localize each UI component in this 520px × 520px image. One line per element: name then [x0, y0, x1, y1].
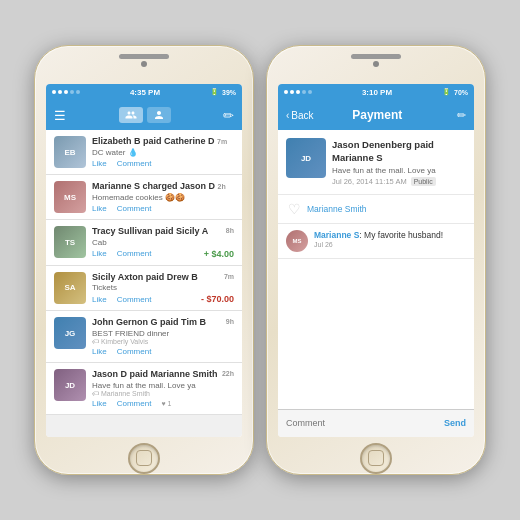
people-icon — [125, 109, 137, 121]
send-button[interactable]: Send — [444, 418, 466, 428]
rdot1 — [284, 90, 288, 94]
rdot5 — [308, 90, 312, 94]
feed-actions-6: Like Comment ♥ 1 — [92, 399, 234, 408]
heart-icon[interactable]: ♡ — [288, 201, 301, 217]
phone-top-decoration-right — [267, 54, 485, 67]
feed-header-4: Sicily Axton paid Drew B 7m — [92, 272, 234, 284]
edit-icon-left[interactable]: ✏ — [223, 108, 234, 123]
nav-tab-friends[interactable] — [147, 107, 171, 123]
battery-icon-right: 🔋 — [442, 88, 451, 96]
feed-sub-6: 🏷 Marianne Smith — [92, 390, 234, 397]
avatar-2: MS — [54, 181, 86, 213]
time-right: 3:10 PM — [362, 88, 392, 97]
comment-bar: Send — [278, 409, 474, 437]
comment-user-1: Marianne S — [314, 230, 359, 240]
comment-item-1: MS Marianne S: My favorite husband! Jul … — [278, 224, 474, 259]
like-section: ♡ Marianne Smith — [278, 195, 474, 224]
feed-sub-5: 🏷 Kimberly Valvis — [92, 338, 234, 345]
left-phone: 4:35 PM 🔋 39% ☰ ✏ — [34, 45, 254, 475]
edit-icon-right[interactable]: ✏ — [457, 109, 466, 122]
back-button[interactable]: ‹ Back — [286, 110, 314, 121]
home-button-inner-right — [368, 450, 384, 466]
right-phone: 3:10 PM 🔋 70% ‹ Back Payment ✏ JD — [266, 45, 486, 475]
time-left: 4:35 PM — [130, 88, 160, 97]
comment-btn-3[interactable]: Comment — [117, 249, 152, 258]
avatar-4: SA — [54, 272, 86, 304]
signal-dots-right — [284, 90, 312, 94]
like-btn-1[interactable]: Like — [92, 159, 107, 168]
like-user: Marianne Smith — [307, 204, 367, 214]
dot5 — [76, 90, 80, 94]
feed-header-3: Tracy Sullivan paid Sicily A 8h — [92, 226, 234, 238]
camera — [141, 61, 147, 67]
back-label: Back — [291, 110, 313, 121]
dot2 — [58, 90, 62, 94]
home-button-left[interactable] — [128, 443, 160, 474]
detail-transaction: JD Jason Denenberg paid Marianne S Have … — [278, 130, 474, 195]
nav-bar-left: ☰ ✏ — [46, 100, 242, 130]
feed-item-1: EB Elizabeth B paid Catherine D 7m DC wa… — [46, 130, 242, 175]
detail-view: JD Jason Denenberg paid Marianne S Have … — [278, 130, 474, 409]
like-btn-4[interactable]: Like — [92, 295, 107, 304]
feed-item-5: JG John Gernon G paid Tim B 9h BEST FRIE… — [46, 311, 242, 363]
comment-body-1: My favorite husband! — [364, 230, 443, 240]
home-button-right[interactable] — [360, 443, 392, 474]
like-btn-3[interactable]: Like — [92, 249, 107, 258]
rdot4 — [302, 90, 306, 94]
comment-btn-2[interactable]: Comment — [117, 204, 152, 213]
like-btn-2[interactable]: Like — [92, 204, 107, 213]
feed-actions-1: Like Comment — [92, 159, 234, 168]
feed-content-3: Tracy Sullivan paid Sicily A 8h Cab Like… — [92, 226, 234, 259]
feed-header-5: John Gernon G paid Tim B 9h — [92, 317, 234, 329]
dot3 — [64, 90, 68, 94]
battery-icon: 🔋 — [210, 88, 219, 96]
like-btn-5[interactable]: Like — [92, 347, 107, 356]
page-title-right: Payment — [318, 108, 437, 122]
dot4 — [70, 90, 74, 94]
right-screen: 3:10 PM 🔋 70% ‹ Back Payment ✏ JD — [278, 84, 474, 437]
battery-pct-right: 70% — [454, 89, 468, 96]
public-badge: Public — [411, 177, 436, 186]
feed-content-5: John Gernon G paid Tim B 9h BEST FRIEND … — [92, 317, 234, 356]
avatar-1: EB — [54, 136, 86, 168]
tag-icon: 🏷 — [92, 338, 99, 345]
status-bar-right: 3:10 PM 🔋 70% — [278, 84, 474, 100]
comment-input[interactable] — [286, 418, 438, 428]
avatar-6: JD — [54, 369, 86, 401]
nav-tab-people[interactable] — [119, 107, 143, 123]
comment-btn-1[interactable]: Comment — [117, 159, 152, 168]
feed-content-1: Elizabeth B paid Catherine D 7m DC water… — [92, 136, 234, 168]
detail-date: Jul 26, 2014 11:15 AM — [332, 177, 407, 186]
feed: EB Elizabeth B paid Catherine D 7m DC wa… — [46, 130, 242, 437]
feed-note-4: Tickets — [92, 283, 234, 292]
like-count-6: ♥ 1 — [161, 400, 171, 407]
feed-actions-5: Like Comment — [92, 347, 234, 356]
detail-header: Jason Denenberg paid Marianne S — [332, 138, 466, 165]
feed-note-6: Have fun at the mall. Love ya — [92, 381, 234, 390]
chevron-left-icon: ‹ — [286, 110, 289, 121]
status-icons-right: 🔋 70% — [442, 88, 468, 96]
amount-4: - $70.00 — [201, 294, 234, 304]
feed-content-2: Marianne S charged Jason D 2h Homemade c… — [92, 181, 234, 213]
avatar-3: TS — [54, 226, 86, 258]
status-icons-left: 🔋 39% — [210, 88, 236, 96]
camera-right — [373, 61, 379, 67]
speaker-right — [351, 54, 401, 59]
feed-item-3: TS Tracy Sullivan paid Sicily A 8h Cab L… — [46, 220, 242, 266]
feed-note-5: BEST FRIEND dinner — [92, 329, 234, 338]
rdot2 — [290, 90, 294, 94]
comment-avatar-1: MS — [286, 230, 308, 252]
menu-icon[interactable]: ☰ — [54, 108, 66, 123]
comment-btn-4[interactable]: Comment — [117, 295, 152, 304]
comment-btn-6[interactable]: Comment — [117, 399, 152, 408]
like-btn-6[interactable]: Like — [92, 399, 107, 408]
tag-icon-2: 🏷 — [92, 390, 99, 397]
feed-content-4: Sicily Axton paid Drew B 7m Tickets Like… — [92, 272, 234, 305]
nav-tabs — [119, 107, 171, 123]
comment-btn-5[interactable]: Comment — [117, 347, 152, 356]
status-bar-left: 4:35 PM 🔋 39% — [46, 84, 242, 100]
detail-avatar: JD — [286, 138, 326, 178]
feed-actions-3: Like Comment + $4.00 — [92, 249, 234, 259]
rdot3 — [296, 90, 300, 94]
feed-actions-4: Like Comment - $70.00 — [92, 294, 234, 304]
